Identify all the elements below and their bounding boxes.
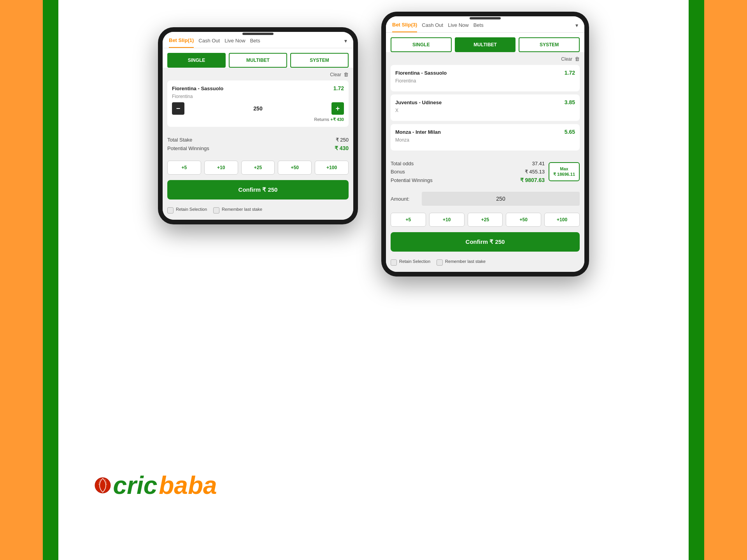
remember-checkbox-right[interactable] xyxy=(437,259,443,266)
tab-buttons-left: SINGLE MULTIBET SYSTEM xyxy=(163,48,353,68)
cash-out-nav-left[interactable]: Cash Out xyxy=(198,38,220,47)
tab-system-left[interactable]: SYSTEM xyxy=(290,53,349,68)
quick-btn-100-left[interactable]: +100 xyxy=(315,161,349,175)
phone-notch-right xyxy=(470,17,501,19)
total-winnings-row-left: Potential Winnings ₹ 430 xyxy=(167,145,349,151)
bg-right-stripe xyxy=(704,0,747,560)
bet-slip-tab-left[interactable]: Bet Slip(1) xyxy=(169,37,194,48)
quick-btn-25-left[interactable]: +25 xyxy=(241,161,275,175)
live-now-nav-right[interactable]: Live Now xyxy=(448,22,468,32)
bet-selection-left: Fiorentina xyxy=(172,94,344,99)
bet-card-right-1: Fiorentina - Sassuolo 1.72 Fiorentina xyxy=(391,65,580,91)
clear-text-right[interactable]: Clear xyxy=(561,56,572,62)
total-odds-label-right: Total odds xyxy=(391,161,414,166)
checkboxes-row-right: Retain Selection Remember last stake xyxy=(386,256,584,272)
bet-card-header-right-1: Fiorentina - Sassuolo 1.72 xyxy=(395,70,575,76)
bg-green-left-stripe xyxy=(43,0,58,560)
retain-selection-right: Retain Selection xyxy=(391,259,430,266)
brand-logo: cricbaba xyxy=(58,473,253,498)
bets-nav-right[interactable]: Bets xyxy=(473,22,484,32)
bet-match-right-3: Monza - Inter Milan xyxy=(395,129,441,135)
phone-screen-left: Bet Slip(1) Cash Out Live Now Bets ▾ SIN… xyxy=(163,32,353,220)
tab-system-right[interactable]: SYSTEM xyxy=(519,37,580,52)
totals-area-right: Total odds 37.41 Bonus ₹ 455.13 Potentia… xyxy=(386,158,584,189)
trash-icon-left[interactable]: 🗑 xyxy=(344,72,349,77)
tab-single-right[interactable]: SINGLE xyxy=(391,37,452,52)
quick-btn-50-left[interactable]: +50 xyxy=(278,161,312,175)
remember-label-left: Remember last stake xyxy=(222,206,262,212)
phone-notch-left xyxy=(242,33,274,35)
clear-row-left: Clear 🗑 xyxy=(167,72,349,77)
max-btn-right[interactable]: Max ₹ 18696.11 xyxy=(549,162,580,181)
retain-label-right: Retain Selection xyxy=(399,259,430,264)
stake-plus-btn-left[interactable]: + xyxy=(331,102,344,115)
total-odds-value-right: 37.41 xyxy=(532,161,545,166)
quick-btn-25-right[interactable]: +25 xyxy=(468,213,503,227)
bet-card-header-left: Fiorentina - Sassuolo 1.72 xyxy=(172,85,344,91)
remember-checkbox-left[interactable] xyxy=(213,207,219,214)
retain-checkbox-left[interactable] xyxy=(167,207,174,214)
tab-multibet-right[interactable]: MULTIBET xyxy=(455,37,516,52)
phone-left: Bet Slip(1) Cash Out Live Now Bets ▾ SIN… xyxy=(158,27,358,224)
bet-selection-right-1: Fiorentina xyxy=(395,78,575,84)
total-winnings-value-right: ₹ 9807.63 xyxy=(520,177,545,183)
bet-odds-right-1: 1.72 xyxy=(565,70,575,76)
total-bonus-row-right: Bonus ₹ 455.13 xyxy=(391,169,545,175)
trash-icon-right[interactable]: 🗑 xyxy=(575,56,580,62)
live-now-nav-left[interactable]: Live Now xyxy=(224,38,245,47)
bg-green-right-stripe xyxy=(689,0,704,560)
total-stake-value-left: ₹ 250 xyxy=(336,137,349,143)
stake-minus-btn-left[interactable]: − xyxy=(172,102,184,115)
bet-card-right-3: Monza - Inter Milan 5.65 Monza xyxy=(391,124,580,150)
checkboxes-row-left: Retain Selection Remember last stake xyxy=(163,203,353,220)
retain-selection-left: Retain Selection xyxy=(167,206,207,214)
tab-multibet-left[interactable]: MULTIBET xyxy=(229,53,287,68)
retain-label-left: Retain Selection xyxy=(176,206,207,212)
quick-add-row-right: +5 +10 +25 +50 +100 xyxy=(386,209,584,231)
quick-btn-10-right[interactable]: +10 xyxy=(429,213,465,227)
clear-text-left[interactable]: Clear xyxy=(330,72,341,77)
confirm-btn-left[interactable]: Confirm ₹ 250 xyxy=(167,180,349,200)
bet-card-header-right-3: Monza - Inter Milan 5.65 xyxy=(395,129,575,135)
quick-btn-50-right[interactable]: +50 xyxy=(506,213,541,227)
chevron-down-icon-left[interactable]: ▾ xyxy=(344,38,347,48)
clear-row-right: Clear 🗑 xyxy=(391,56,580,62)
bg-left-stripe xyxy=(0,0,43,560)
quick-btn-10-left[interactable]: +10 xyxy=(204,161,238,175)
cash-out-nav-right[interactable]: Cash Out xyxy=(422,22,443,32)
stake-row-left: − 250 + xyxy=(172,102,344,115)
total-stake-label-left: Total Stake xyxy=(167,137,192,143)
total-stake-row-left: Total Stake ₹ 250 xyxy=(167,137,349,143)
quick-btn-5-left[interactable]: +5 xyxy=(167,161,201,175)
total-odds-row-right: Total odds 37.41 xyxy=(391,161,545,166)
remember-stake-right: Remember last stake xyxy=(437,259,486,266)
amount-input-right[interactable]: 250 xyxy=(422,192,580,206)
logo-cric: cric xyxy=(113,473,157,498)
max-label: Max xyxy=(553,166,575,172)
bet-selection-right-2: X xyxy=(395,108,575,113)
totals-left-right: Total odds 37.41 Bonus ₹ 455.13 Potentia… xyxy=(391,161,545,186)
bet-selection-right-3: Monza xyxy=(395,137,575,143)
bet-slip-tab-right[interactable]: Bet Slip(3) xyxy=(392,22,417,32)
amount-label-right: Amount: xyxy=(391,196,418,202)
cricket-ball-icon xyxy=(94,477,111,494)
phone-screen-right: Bet Slip(3) Cash Out Live Now Bets ▾ SIN… xyxy=(386,16,584,272)
bet-match-right-2: Juventus - Udinese xyxy=(395,100,442,105)
remember-stake-left: Remember last stake xyxy=(213,206,262,214)
bets-nav-left[interactable]: Bets xyxy=(250,38,260,47)
total-winnings-row-right: Potential Winnings ₹ 9807.63 xyxy=(391,177,545,183)
returns-text-left: Returns +₹ 430 xyxy=(172,117,344,122)
quick-btn-100-right[interactable]: +100 xyxy=(544,213,580,227)
total-bonus-label-right: Bonus xyxy=(391,169,405,175)
bet-match-right-1: Fiorentina - Sassuolo xyxy=(395,70,447,76)
chevron-down-icon-right[interactable]: ▾ xyxy=(575,22,578,32)
retain-checkbox-right[interactable] xyxy=(391,259,397,266)
quick-add-row-left: +5 +10 +25 +50 +100 xyxy=(163,157,353,178)
quick-btn-5-right[interactable]: +5 xyxy=(391,213,426,227)
stake-input-left[interactable]: 250 xyxy=(188,105,328,112)
tab-single-left[interactable]: SINGLE xyxy=(167,53,226,68)
totals-area-left: Total Stake ₹ 250 Potential Winnings ₹ 4… xyxy=(163,134,353,157)
bet-card-right-2: Juventus - Udinese 3.85 X xyxy=(391,94,580,121)
confirm-btn-right[interactable]: Confirm ₹ 250 xyxy=(391,232,580,252)
bet-odds-right-3: 5.65 xyxy=(565,129,575,135)
